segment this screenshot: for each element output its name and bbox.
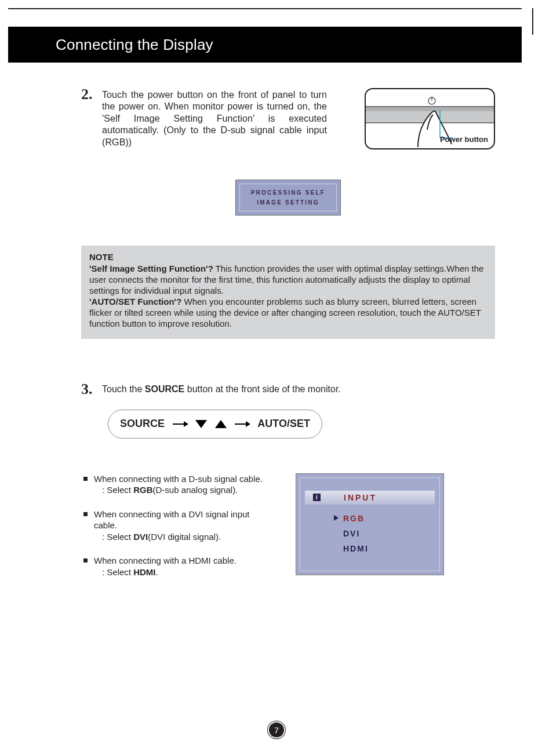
autoset-label: AUTO/SET <box>257 418 310 430</box>
bullet-dvi-line: When connecting with a DVI signal input … <box>94 509 249 531</box>
bullet-dvi: When connecting with a DVI signal input … <box>81 509 272 543</box>
step-2: 2 Touch the power button on the front of… <box>81 89 495 148</box>
power-button-label: Power button <box>440 135 488 144</box>
bullet-hdmi-sub: : Select HDMI. <box>94 567 272 578</box>
section-title-bar: Connecting the Display <box>8 27 522 63</box>
source-flow-figure: SOURCE AUTO/SET <box>108 410 322 439</box>
input-osd: i INPUT RGB DVI HDMI <box>296 473 444 575</box>
power-button-figure: Power button <box>365 88 495 149</box>
step-3-lower-row: When connecting with a D-sub signal cabl… <box>81 473 495 591</box>
triangle-up-icon <box>215 420 227 428</box>
note-self-image-label: 'Self Image Setting Function'? <box>89 264 213 273</box>
processing-osd-line1: PROCESSING SELF <box>240 189 336 196</box>
bullet-hdmi-line: When connecting with a HDMI cable. <box>94 556 237 565</box>
bullet-dsub: When connecting with a D-sub signal cabl… <box>81 473 272 496</box>
note-line-2: 'AUTO/SET Function'? When you encounter … <box>89 296 487 330</box>
content-area: 2 Touch the power button on the front of… <box>81 89 495 590</box>
processing-osd: PROCESSING SELF IMAGE SETTING <box>235 180 341 216</box>
step-3-pre: Touch the <box>102 384 145 394</box>
input-osd-options: RGB DVI HDMI <box>300 505 439 553</box>
input-osd-inner: i INPUT RGB DVI HDMI <box>300 477 440 571</box>
step-3-text: Touch the SOURCE button at the front sid… <box>102 384 495 395</box>
input-option-dvi: DVI <box>343 529 439 538</box>
corner-mark <box>532 8 533 35</box>
input-osd-title: INPUT <box>344 493 377 502</box>
connection-bullets: When connecting with a D-sub signal cabl… <box>81 473 272 591</box>
section-title: Connecting the Display <box>56 36 213 54</box>
page-frame: Connecting the Display 2 Touch the power… <box>8 8 522 748</box>
processing-osd-line2: IMAGE SETTING <box>240 199 336 206</box>
input-option-hdmi: HDMI <box>343 544 439 553</box>
note-box: NOTE 'Self Image Setting Function'? This… <box>81 246 495 338</box>
note-autoset-label: 'AUTO/SET Function'? <box>89 297 181 306</box>
input-osd-titlebar: i INPUT <box>305 491 435 505</box>
arrow-right-icon <box>235 423 249 425</box>
step-3: 3 Touch the SOURCE button at the front s… <box>81 384 495 591</box>
note-line-1: 'Self Image Setting Function'? This func… <box>89 263 487 297</box>
step-3-post: button at the front side of the monitor. <box>184 384 341 394</box>
step-3-number: 3 <box>81 381 93 398</box>
bullet-dsub-sub: : Select RGB(D-sub analog signal). <box>94 484 272 496</box>
bullet-dvi-sub: : Select DVI(DVI digital signal). <box>94 531 272 543</box>
note-heading: NOTE <box>89 251 487 262</box>
svg-rect-1 <box>366 107 495 111</box>
triangle-down-icon <box>195 420 207 428</box>
info-icon: i <box>313 494 321 501</box>
source-label: SOURCE <box>120 418 165 430</box>
step-2-text: Touch the power button on the front of p… <box>102 89 327 148</box>
bullet-dsub-line: When connecting with a D-sub signal cabl… <box>94 474 263 484</box>
arrow-right-icon <box>173 423 187 425</box>
top-divider <box>8 8 522 9</box>
page-number: 7 <box>268 721 285 739</box>
input-option-rgb: RGB <box>343 514 439 523</box>
step-3-bold: SOURCE <box>145 384 184 394</box>
step-2-number: 2 <box>81 86 93 103</box>
processing-osd-inner: PROCESSING SELF IMAGE SETTING <box>239 184 337 211</box>
bullet-hdmi: When connecting with a HDMI cable. : Sel… <box>81 555 272 578</box>
